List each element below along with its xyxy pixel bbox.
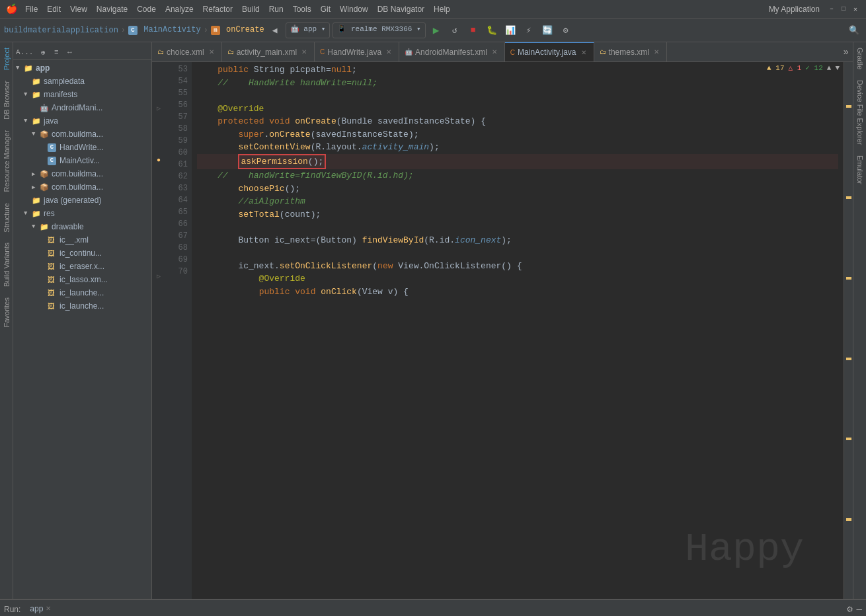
menu-tools[interactable]: Tools bbox=[289, 3, 315, 15]
coverage-button[interactable]: 📊 bbox=[502, 22, 518, 38]
menu-edit[interactable]: Edit bbox=[43, 3, 65, 15]
app-selector[interactable]: 🤖 app ▾ bbox=[286, 22, 331, 38]
breadcrumb-method[interactable]: m onCreate bbox=[211, 25, 264, 35]
tab-close-icon[interactable]: ✕ bbox=[384, 48, 393, 57]
menu-file[interactable]: File bbox=[21, 3, 42, 15]
tree-label: ic_launche... bbox=[59, 301, 104, 311]
gutter-row: ● bbox=[152, 154, 165, 167]
menu-view[interactable]: View bbox=[66, 3, 91, 15]
stop-button[interactable]: ■ bbox=[465, 22, 481, 38]
tree-btn-2[interactable]: ≡ bbox=[50, 46, 62, 58]
menu-build[interactable]: Build bbox=[238, 3, 264, 15]
menu-help[interactable]: Help bbox=[430, 3, 454, 15]
close-button[interactable]: ✕ bbox=[850, 4, 861, 15]
tree-node-java-generated[interactable]: 📁 java (generated) bbox=[13, 194, 151, 207]
vtab-project[interactable]: Project bbox=[1, 42, 13, 75]
bottom-tab-close-icon[interactable]: ✕ bbox=[46, 605, 51, 612]
menu-code[interactable]: Code bbox=[133, 3, 160, 15]
vtab-db-browser[interactable]: DB Browser bbox=[1, 75, 13, 125]
tree-node-com1[interactable]: ▼ 📦 com.buildma... bbox=[13, 128, 151, 141]
bottom-tab-app[interactable]: app ✕ bbox=[24, 600, 56, 617]
bottom-settings-button[interactable]: ⚙ bbox=[847, 603, 852, 615]
editor-area: 🗂 choice.xml ✕ 🗂 activity_main.xml ✕ C H… bbox=[152, 42, 853, 599]
tab-activity-main[interactable]: 🗂 activity_main.xml ✕ bbox=[222, 42, 315, 62]
tree-node-ic-lasso[interactable]: 🖼 ic_lasso.xm... bbox=[13, 273, 151, 286]
tree-label: com.buildma... bbox=[52, 182, 103, 192]
tree-node-ic-launche2[interactable]: 🖼 ic_launche... bbox=[13, 299, 151, 313]
debug-button[interactable]: 🐛 bbox=[484, 22, 500, 38]
tab-close-icon[interactable]: ✕ bbox=[299, 48, 309, 57]
tree-node-com2[interactable]: ▶ 📦 com.buildma... bbox=[13, 167, 151, 180]
gradle-sync-button[interactable]: 🔄 bbox=[539, 22, 555, 38]
device-selector[interactable]: 📱 realme RMX3366 ▾ bbox=[333, 22, 425, 38]
menu-git[interactable]: Git bbox=[317, 3, 335, 15]
xml-icon: 🖼 bbox=[48, 236, 58, 245]
file-tree-panel: A... ⊕ ≡ ↔ ▼ 📁 app 📁 sampledata ▼ 📁 mani… bbox=[13, 42, 152, 599]
gutter-row bbox=[152, 63, 165, 77]
tree-node-app[interactable]: ▼ 📁 app bbox=[13, 61, 151, 75]
menu-refactor[interactable]: Refactor bbox=[199, 3, 237, 15]
expand-button[interactable]: ▼ bbox=[835, 64, 840, 72]
breadcrumb-class[interactable]: C MainActivity bbox=[128, 25, 201, 35]
settings-button[interactable]: ⚙ bbox=[558, 22, 574, 38]
menu-run[interactable]: Run bbox=[265, 3, 288, 15]
bottom-minimize-button[interactable]: — bbox=[857, 604, 862, 615]
tab-close-icon[interactable]: ✕ bbox=[207, 48, 216, 57]
tree-node-handwrite[interactable]: C HandWrite... bbox=[13, 141, 151, 154]
gutter-row bbox=[152, 77, 165, 90]
tab-more-button[interactable]: » bbox=[840, 47, 853, 58]
tree-node-manifests[interactable]: ▼ 📁 manifests bbox=[13, 88, 151, 101]
code-line-68: ic_next.setOnClickListener(new View.OnCl… bbox=[197, 260, 838, 273]
tab-handwrite[interactable]: C HandWrite.java ✕ bbox=[315, 42, 399, 62]
menu-db-navigator[interactable]: DB Navigator bbox=[374, 3, 428, 15]
tree-node-mainactivity[interactable]: C MainActiv... bbox=[13, 154, 151, 167]
tab-close-icon[interactable]: ✕ bbox=[490, 48, 499, 57]
vtab-build-variants[interactable]: Build Variants bbox=[1, 237, 13, 292]
minimize-button[interactable]: – bbox=[826, 4, 837, 15]
rerun-button[interactable]: ↺ bbox=[447, 22, 463, 38]
xml-icon: 🖼 bbox=[48, 289, 58, 297]
code-editor[interactable]: Happy public String picpath=null; // Han… bbox=[192, 62, 844, 599]
tree-node-ic-eraser[interactable]: 🖼 ic_eraser.x... bbox=[13, 260, 151, 273]
profile-button[interactable]: ⚡ bbox=[521, 22, 537, 38]
collapse-button[interactable]: ▲ bbox=[827, 64, 832, 72]
menu-navigate[interactable]: Navigate bbox=[93, 3, 132, 15]
folder-icon: 📁 bbox=[32, 196, 42, 205]
tree-node-sampledata[interactable]: 📁 sampledata bbox=[13, 75, 151, 88]
tree-node-com3[interactable]: ▶ 📦 com.buildma... bbox=[13, 180, 151, 194]
tree-node-ic-xml[interactable]: 🖼 ic__.xml bbox=[13, 233, 151, 247]
tree-node-ic-launche1[interactable]: 🖼 ic_launche... bbox=[13, 286, 151, 299]
tree-node-res[interactable]: ▼ 📁 res bbox=[13, 207, 151, 220]
code-line-63: //aiAlgorithm bbox=[197, 195, 838, 208]
tab-mainactivity[interactable]: C MainActivity.java ✕ bbox=[505, 42, 594, 62]
tab-close-icon[interactable]: ✕ bbox=[579, 48, 588, 57]
tree-btn-1[interactable]: ⊕ bbox=[37, 46, 49, 58]
tree-btn-3[interactable]: ↔ bbox=[63, 46, 75, 58]
tree-node-drawable[interactable]: ▼ 📁 drawable bbox=[13, 220, 151, 233]
tab-themes[interactable]: 🗂 themes.xml ✕ bbox=[594, 42, 667, 62]
tree-node-androidmanifest[interactable]: 🤖 AndroidMani... bbox=[13, 101, 151, 114]
maximize-button[interactable]: □ bbox=[838, 4, 849, 15]
menu-analyze[interactable]: Analyze bbox=[161, 3, 198, 15]
right-vtab-gradle[interactable]: Gradle bbox=[854, 42, 866, 75]
tab-androidmanifest[interactable]: 🤖 AndroidManifest.xml ✕ bbox=[399, 42, 505, 62]
run-button[interactable]: ▶ bbox=[428, 22, 444, 38]
code-line-66: Button ic_next=(Button) findViewById(R.i… bbox=[197, 234, 838, 247]
vtab-favorites[interactable]: Favorites bbox=[1, 292, 13, 332]
folder-icon: 📁 bbox=[32, 77, 42, 86]
xml-icon: 🖼 bbox=[48, 276, 58, 284]
tree-node-java[interactable]: ▼ 📁 java bbox=[13, 114, 151, 128]
breadcrumb-project[interactable]: buildmaterialapplication bbox=[4, 26, 118, 35]
nav-back-button[interactable]: ◀ bbox=[267, 22, 283, 38]
code-line-55 bbox=[197, 89, 838, 102]
right-vtab-emulator[interactable]: Emulator bbox=[854, 150, 866, 190]
xml-icon: 🖼 bbox=[48, 249, 58, 258]
vtab-resource-manager[interactable]: Resource Manager bbox=[1, 125, 13, 198]
tree-node-ic-continu[interactable]: 🖼 ic_continu... bbox=[13, 247, 151, 260]
right-vtab-device-file-explorer[interactable]: Device File Explorer bbox=[854, 75, 866, 150]
search-everywhere-button[interactable]: 🔍 bbox=[846, 22, 862, 38]
tab-choice-xml[interactable]: 🗂 choice.xml ✕ bbox=[152, 42, 222, 62]
vtab-structure[interactable]: Structure bbox=[1, 198, 13, 238]
tab-close-icon[interactable]: ✕ bbox=[652, 48, 661, 57]
menu-window[interactable]: Window bbox=[336, 3, 372, 15]
